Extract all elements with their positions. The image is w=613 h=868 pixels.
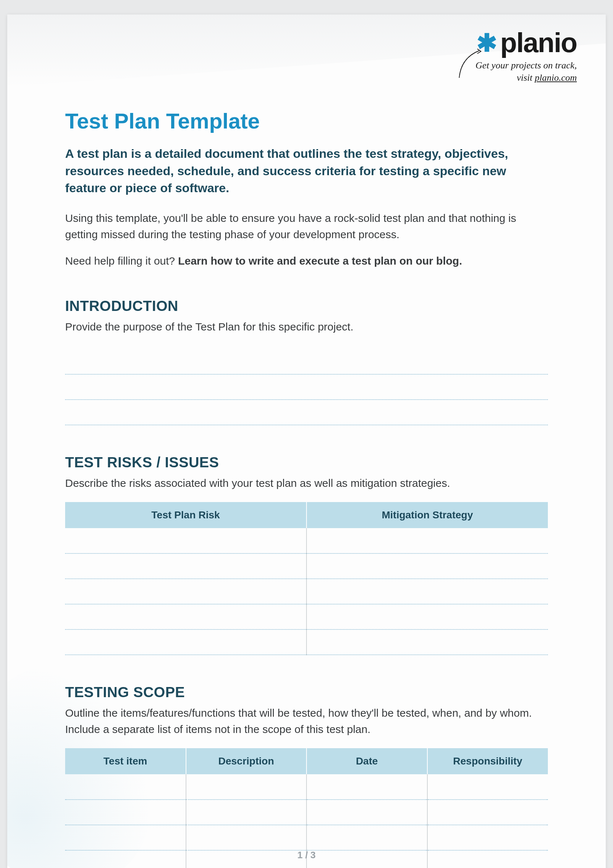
page-number: 1 / 3: [297, 849, 316, 860]
table-row[interactable]: [65, 553, 548, 579]
content-area: Test Plan Template A test plan is a deta…: [7, 14, 606, 868]
intro-paragraph-1: Using this template, you'll be able to e…: [65, 210, 548, 243]
table-row[interactable]: [65, 825, 548, 850]
page-subtitle: A test plan is a detailed document that …: [65, 145, 548, 197]
page-title: Test Plan Template: [65, 108, 548, 133]
document-page: ✱ planio Get your projects on track, vis…: [7, 14, 606, 868]
risks-col-risk: Test Plan Risk: [65, 502, 306, 528]
intro-p2-link[interactable]: Learn how to write and execute a test pl…: [178, 255, 462, 267]
fill-line[interactable]: [65, 349, 548, 375]
section-desc-introduction: Provide the purpose of the Test Plan for…: [65, 319, 548, 335]
scope-col-desc: Description: [186, 748, 307, 774]
section-desc-risks: Describe the risks associated with your …: [65, 475, 548, 491]
section-heading-risks: TEST RISKS / ISSUES: [65, 454, 548, 471]
fill-line[interactable]: [65, 375, 548, 400]
table-row[interactable]: [65, 629, 548, 655]
section-heading-scope: TESTING SCOPE: [65, 684, 548, 701]
scope-col-resp: Responsibility: [427, 748, 548, 774]
intro-paragraph-2: Need help filling it out? Learn how to w…: [65, 253, 548, 269]
fill-line[interactable]: [65, 400, 548, 425]
table-row[interactable]: [65, 579, 548, 604]
table-row[interactable]: [65, 604, 548, 629]
section-desc-scope: Outline the items/features/functions tha…: [65, 705, 548, 737]
table-row[interactable]: [65, 774, 548, 800]
scope-col-date: Date: [306, 748, 427, 774]
page-footer: 1 / 3: [7, 849, 606, 861]
scope-col-item: Test item: [65, 748, 186, 774]
table-row[interactable]: [65, 528, 548, 553]
risks-table: Test Plan Risk Mitigation Strategy: [65, 502, 548, 655]
section-heading-introduction: INTRODUCTION: [65, 298, 548, 314]
intro-p2-prefix: Need help filling it out?: [65, 255, 178, 267]
introduction-input-area[interactable]: [65, 349, 548, 425]
risks-col-mitigation: Mitigation Strategy: [306, 502, 548, 528]
table-row[interactable]: [65, 800, 548, 825]
